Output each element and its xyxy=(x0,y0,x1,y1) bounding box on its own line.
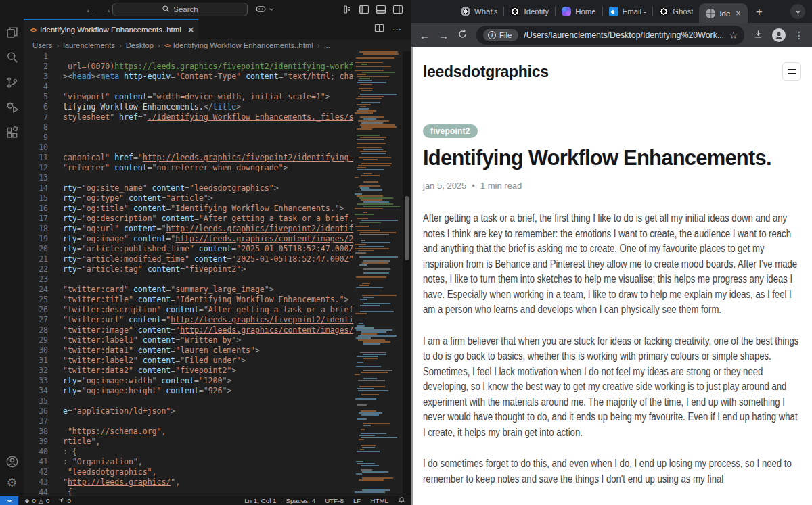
browser-tab-ide[interactable]: Ide× xyxy=(699,3,747,23)
cursor-position[interactable]: Ln 1, Col 1 xyxy=(244,497,276,504)
explorer-icon[interactable] xyxy=(5,26,19,39)
browser-menu-icon[interactable]: ⋮ xyxy=(794,30,804,41)
download-icon[interactable] xyxy=(753,29,763,42)
article-meta: jan 5, 2025 • 1 min read xyxy=(423,181,801,191)
line-number: 18 xyxy=(24,224,48,234)
code-editor[interactable]: 1234567891011121314151617181920212223242… xyxy=(24,51,411,496)
history-back-icon[interactable]: ← xyxy=(85,4,95,15)
chrome-favicon xyxy=(461,7,470,16)
line-number: 24 xyxy=(24,285,48,295)
ports-indicator[interactable]: 0 xyxy=(58,496,70,505)
code-content[interactable]: url=(0070)https://leeds.graphics/fivepoi… xyxy=(63,51,353,496)
line-number: 13 xyxy=(24,173,48,183)
more-actions-icon[interactable]: ⋯ xyxy=(392,24,402,34)
line-number: 22 xyxy=(24,264,48,274)
code-line-13 xyxy=(63,173,353,183)
indentation[interactable]: Spaces: 4 xyxy=(286,497,316,504)
globe-favicon xyxy=(706,9,715,18)
search-icon[interactable] xyxy=(5,51,19,64)
language-mode[interactable]: HTML xyxy=(370,497,388,504)
toggle-primary-sidebar-icon[interactable] xyxy=(359,4,369,15)
read-time: 1 min read xyxy=(480,181,522,191)
browser-tab-ghost[interactable]: Ghost xyxy=(653,0,699,23)
hamburger-menu-button[interactable] xyxy=(782,62,801,81)
encoding[interactable]: UTF-8 xyxy=(325,497,344,504)
file-chip-label: File xyxy=(499,31,512,39)
article-paragraph: After getting a task or a brief, the fir… xyxy=(423,211,800,318)
eol-sequence[interactable]: LF xyxy=(353,497,361,504)
breadcrumb-item-identifying-workflow-enhance[interactable]: <>Identifying Workflow Enhancements..htm… xyxy=(164,41,313,49)
line-number: 30 xyxy=(24,345,48,356)
breadcrumb-item-laurenclements[interactable]: laurenclements xyxy=(63,41,115,49)
customize-layout-icon[interactable] xyxy=(342,4,353,15)
source-control-icon[interactable] xyxy=(5,76,19,89)
tab-label: Home xyxy=(575,7,595,16)
url-text[interactable]: /Users/laurenclements/Desktop/Identifyin… xyxy=(524,30,723,40)
account-icon[interactable] xyxy=(5,455,19,468)
errors-count: 0 xyxy=(32,497,36,504)
publish-date: jan 5, 2025 xyxy=(423,181,466,191)
line-number: 4 xyxy=(24,82,48,92)
forward-icon[interactable]: → xyxy=(438,30,449,41)
remote-indicator[interactable]: >< xyxy=(0,496,18,505)
browser-tab-email[interactable]: Email - xyxy=(603,0,652,23)
tab-search-chevron[interactable] xyxy=(790,4,805,19)
ghost-favicon xyxy=(510,7,520,16)
hamburger-icon xyxy=(788,69,796,70)
code-line-18: rty="og:url" content="http://leeds.graph… xyxy=(63,224,353,234)
line-number: 12 xyxy=(24,163,48,173)
split-editor-icon[interactable] xyxy=(374,23,384,36)
code-line-34: rty="og:image:height" content="926"> xyxy=(63,386,353,396)
line-number: 25 xyxy=(24,295,48,305)
browser-tab-home[interactable]: Home xyxy=(556,0,602,23)
line-number: 32 xyxy=(24,366,48,376)
browser-toolbar: ← → i File /Users/laurenclements/Desktop… xyxy=(411,23,812,47)
editor-tab-active[interactable]: <> Identifying Workflow Enhancements..ht… xyxy=(24,19,198,39)
line-number: 29 xyxy=(24,335,48,345)
tab-close-icon[interactable]: ✕ xyxy=(187,25,195,35)
new-tab-icon[interactable]: + xyxy=(756,6,763,18)
profile-avatar[interactable] xyxy=(772,28,786,42)
breadcrumb-item-desktop[interactable]: Desktop xyxy=(126,41,154,49)
browser-tab-identify[interactable]: Identify xyxy=(504,0,555,23)
code-line-24: "twitter:card" content="summary_large_im… xyxy=(63,285,353,295)
minimap[interactable] xyxy=(353,51,403,496)
extensions-icon[interactable] xyxy=(5,126,19,139)
code-line-23 xyxy=(63,274,353,285)
run-and-debug-icon[interactable] xyxy=(5,101,19,114)
tab-label: Ghost xyxy=(673,7,693,16)
back-icon[interactable]: ← xyxy=(420,30,430,41)
browser-tab-strip: What'sIdentifyHomeEmail -GhostIde× + xyxy=(411,0,812,23)
errors-icon: ⊗ xyxy=(24,498,30,504)
address-bar[interactable]: i File /Users/laurenclements/Desktop/Ide… xyxy=(476,26,744,45)
problems-indicator[interactable]: ⊗ 0 △ 0 xyxy=(24,497,49,504)
line-number: 38 xyxy=(24,427,48,437)
chevron-down-icon xyxy=(268,6,275,13)
settings-icon[interactable]: ⚙ xyxy=(6,477,17,489)
code-line-12: "referrer" content="no-referrer-when-dow… xyxy=(63,163,353,173)
notifications-bell-icon[interactable] xyxy=(398,496,405,505)
tab-label: What's xyxy=(474,7,497,16)
tab-label: Identifying Workflow Enhancements..html xyxy=(40,26,181,34)
scrollbar-thumb[interactable] xyxy=(405,196,409,260)
code-line-42: "leedsdotgraphics", xyxy=(63,467,353,477)
tab-close-icon[interactable]: × xyxy=(736,8,741,18)
reload-icon[interactable] xyxy=(457,29,468,42)
file-scheme-chip[interactable]: i File xyxy=(483,29,518,41)
line-number: 43 xyxy=(24,477,48,487)
editor-scrollbar[interactable] xyxy=(403,51,411,496)
breadcrumb-item-users[interactable]: Users xyxy=(32,41,53,49)
site-title[interactable]: leedsdotgraphics xyxy=(423,63,549,81)
command-search-box[interactable]: Search xyxy=(112,3,248,16)
browser-tab-what-s[interactable]: What's xyxy=(455,0,503,23)
bookmark-star-icon[interactable]: ☆ xyxy=(729,30,738,41)
toggle-secondary-sidebar-icon[interactable] xyxy=(392,4,403,15)
breadcrumb-separator: › xyxy=(158,41,160,49)
history-forward-icon[interactable]: → xyxy=(102,4,112,15)
line-number: 42 xyxy=(24,467,48,477)
breadcrumb-item-[interactable]: ... xyxy=(323,41,330,49)
line-number: 28 xyxy=(24,325,48,335)
copilot-button[interactable] xyxy=(255,3,275,15)
post-tag-badge[interactable]: fivepoint2 xyxy=(423,124,478,138)
toggle-panel-icon[interactable] xyxy=(376,4,386,15)
